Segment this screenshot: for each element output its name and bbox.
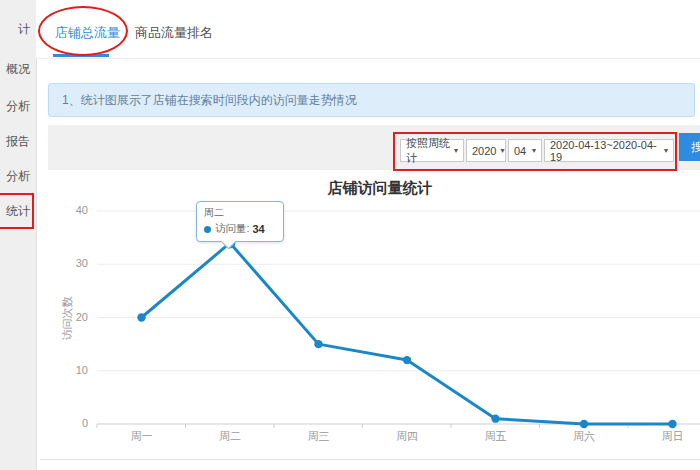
panel-bottom-border xyxy=(40,459,700,460)
tooltip-value: 34 xyxy=(252,223,264,235)
x-axis-tick-label: 周一 xyxy=(120,429,164,444)
x-axis-tick-label: 周二 xyxy=(208,429,252,444)
x-axis-tick-label: 周四 xyxy=(385,429,429,444)
y-axis-tick-label: 40 xyxy=(56,204,88,216)
x-axis-tick-label: 周三 xyxy=(297,429,341,444)
y-axis-tick-label: 10 xyxy=(56,364,88,376)
y-axis-tick-label: 20 xyxy=(56,311,88,323)
x-axis-tick-label: 周五 xyxy=(474,429,518,444)
x-axis-tick-label: 周六 xyxy=(562,429,606,444)
chart-canvas[interactable] xyxy=(0,0,700,470)
page: 计 概况 分析 报告 分析 统计 店铺总流量 商品流量排名 1、统计图展示了店铺… xyxy=(0,0,700,470)
tooltip-series-label: 访问量: xyxy=(215,222,249,236)
series-marker-icon xyxy=(204,226,211,233)
chart-tooltip: 周二 访问量: 34 xyxy=(196,201,284,242)
x-axis-tick-label: 周日 xyxy=(651,429,695,444)
y-axis-tick-label: 0 xyxy=(56,417,88,429)
tooltip-category: 周二 xyxy=(204,206,276,220)
y-axis-tick-label: 30 xyxy=(56,257,88,269)
